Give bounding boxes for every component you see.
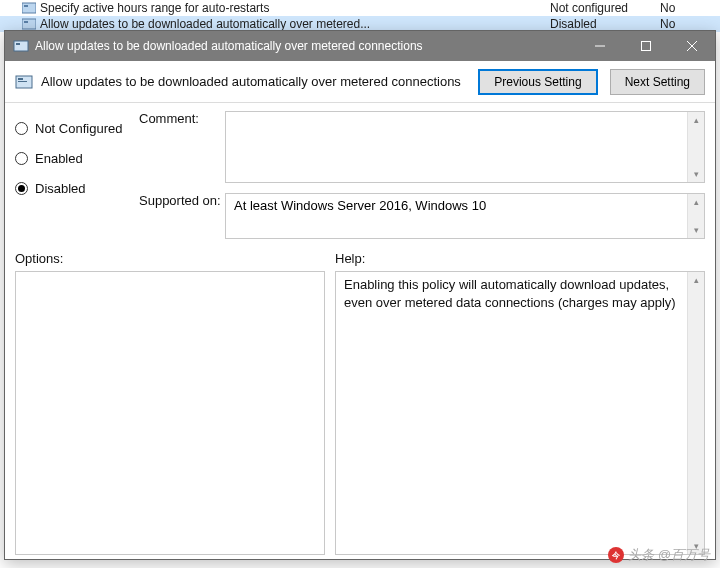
radio-icon (15, 122, 28, 135)
svg-text:今: 今 (611, 551, 621, 560)
help-text: Enabling this policy will automatically … (344, 277, 676, 310)
options-label: Options: (15, 245, 325, 271)
titlebar[interactable]: Allow updates to be downloaded automatic… (5, 31, 715, 61)
minimize-button[interactable] (577, 31, 623, 61)
policy-dialog: Allow updates to be downloaded automatic… (4, 30, 716, 560)
policy-list: Specify active hours range for auto-rest… (0, 0, 720, 32)
policy-comment-col: No (660, 17, 720, 31)
svg-rect-3 (24, 21, 28, 23)
policy-state: Disabled (550, 17, 660, 31)
watermark: 今 头条 @百万号 (608, 546, 710, 564)
supported-label: Supported on: (139, 193, 225, 239)
not-configured-radio[interactable]: Not Configured (15, 113, 139, 143)
watermark-text: 头条 @百万号 (628, 546, 710, 564)
maximize-button[interactable] (623, 31, 669, 61)
comment-label: Comment: (139, 111, 225, 126)
policy-state: Not configured (550, 1, 660, 15)
close-button[interactable] (669, 31, 715, 61)
scroll-up-icon: ▴ (694, 112, 699, 128)
scroll-up-icon: ▴ (694, 272, 699, 288)
svg-rect-1 (24, 5, 28, 7)
next-setting-button[interactable]: Next Setting (610, 69, 705, 95)
svg-rect-4 (14, 41, 28, 51)
policy-name: Allow updates to be downloaded automatic… (40, 17, 550, 31)
help-label: Help: (335, 245, 705, 271)
radio-label: Enabled (35, 151, 83, 166)
radio-label: Disabled (35, 181, 86, 196)
policy-comment-col: No (660, 1, 720, 15)
svg-rect-12 (18, 81, 27, 82)
svg-rect-2 (22, 19, 36, 29)
window-icon (13, 38, 29, 54)
comment-textarea[interactable]: ▴▾ (225, 111, 705, 183)
policy-icon (22, 17, 36, 31)
radio-icon (15, 182, 28, 195)
svg-rect-11 (18, 78, 23, 80)
radio-label: Not Configured (35, 121, 122, 136)
scroll-down-icon: ▾ (694, 166, 699, 182)
disabled-radio[interactable]: Disabled (15, 173, 139, 203)
watermark-logo-icon: 今 (608, 547, 624, 563)
policy-name: Specify active hours range for auto-rest… (40, 1, 550, 15)
state-radio-group: Not Configured Enabled Disabled (15, 111, 139, 239)
policy-icon (22, 1, 36, 15)
dialog-header: Allow updates to be downloaded automatic… (5, 61, 715, 103)
dialog-heading: Allow updates to be downloaded automatic… (41, 74, 478, 89)
scrollbar[interactable]: ▴▾ (687, 272, 704, 554)
help-panel: Enabling this policy will automatically … (335, 271, 705, 555)
scroll-up-icon: ▴ (694, 194, 699, 210)
policy-icon (15, 73, 33, 91)
policy-row[interactable]: Specify active hours range for auto-rest… (0, 0, 720, 16)
enabled-radio[interactable]: Enabled (15, 143, 139, 173)
svg-rect-7 (642, 42, 651, 51)
supported-on-box: At least Windows Server 2016, Windows 10… (225, 193, 705, 239)
supported-on-text: At least Windows Server 2016, Windows 10 (234, 198, 486, 213)
previous-setting-button[interactable]: Previous Setting (478, 69, 597, 95)
scrollbar[interactable]: ▴▾ (687, 112, 704, 182)
scroll-down-icon: ▾ (694, 222, 699, 238)
svg-rect-5 (16, 43, 20, 45)
options-panel (15, 271, 325, 555)
svg-rect-0 (22, 3, 36, 13)
window-title: Allow updates to be downloaded automatic… (35, 39, 577, 53)
radio-icon (15, 152, 28, 165)
scrollbar[interactable]: ▴▾ (687, 194, 704, 238)
